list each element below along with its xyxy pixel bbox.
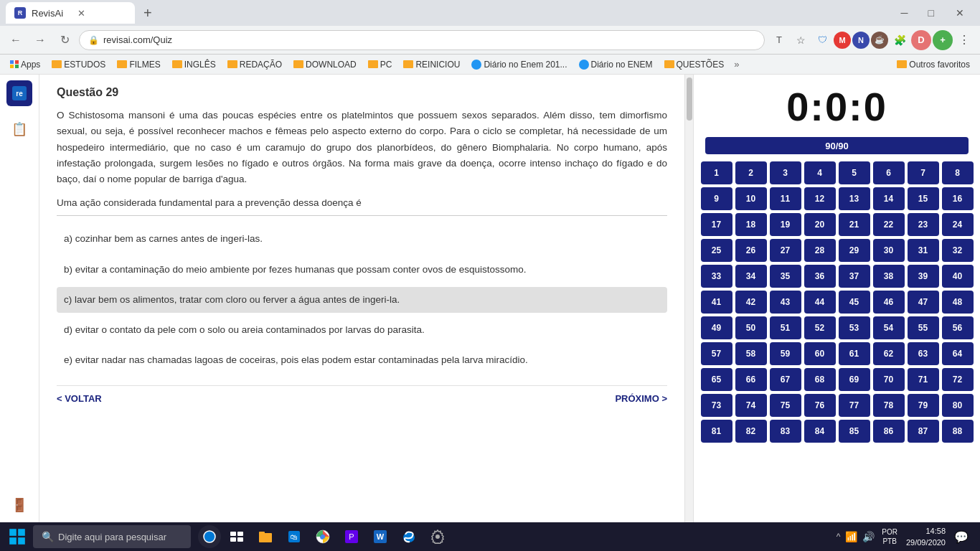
- grid-question-btn[interactable]: 19: [770, 213, 801, 236]
- grid-question-btn[interactable]: 29: [839, 239, 870, 262]
- bookmark-questoes[interactable]: QUESTÕES: [660, 58, 729, 71]
- others-favorites[interactable]: Outros favoritos: [892, 58, 974, 71]
- grid-question-btn[interactable]: 23: [908, 213, 939, 236]
- grid-question-btn[interactable]: 61: [839, 342, 870, 365]
- grid-question-btn[interactable]: 51: [770, 316, 801, 339]
- option-d[interactable]: d) evitar o contato da pele com o solo o…: [57, 317, 667, 343]
- grid-question-btn[interactable]: 35: [770, 265, 801, 288]
- grid-question-btn[interactable]: 6: [873, 161, 905, 184]
- grid-question-btn[interactable]: 17: [701, 213, 732, 236]
- shield-icon[interactable]: 🛡: [812, 30, 832, 50]
- next-button[interactable]: PRÓXIMO >: [615, 393, 667, 404]
- sidebar-notes-icon[interactable]: 📋: [8, 118, 31, 141]
- grid-question-btn[interactable]: 86: [873, 420, 905, 443]
- grid-question-btn[interactable]: 22: [873, 213, 905, 236]
- grid-question-btn[interactable]: 39: [908, 265, 939, 288]
- grid-question-btn[interactable]: 48: [942, 291, 974, 314]
- bookmark-reiniciou[interactable]: REINICIOU: [399, 58, 464, 71]
- grid-question-btn[interactable]: 13: [839, 187, 870, 210]
- grid-question-btn[interactable]: 27: [770, 239, 801, 262]
- extension-green-btn[interactable]: +: [933, 30, 953, 50]
- bookmark-estudos[interactable]: ESTUDOS: [47, 58, 110, 71]
- option-e[interactable]: e) evitar nadar nas chamadas lagoas de c…: [57, 347, 667, 373]
- grid-question-btn[interactable]: 40: [942, 265, 974, 288]
- grid-question-btn[interactable]: 57: [701, 342, 732, 365]
- grid-question-btn[interactable]: 34: [735, 265, 767, 288]
- new-tab-button[interactable]: +: [138, 2, 158, 24]
- grid-question-btn[interactable]: 45: [839, 291, 870, 314]
- grid-question-btn[interactable]: 28: [804, 239, 836, 262]
- grid-question-btn[interactable]: 36: [804, 265, 836, 288]
- grid-question-btn[interactable]: 59: [770, 342, 801, 365]
- extension2-icon[interactable]: N: [852, 32, 870, 49]
- grid-question-btn[interactable]: 63: [908, 342, 939, 365]
- profile-button[interactable]: D: [911, 30, 931, 50]
- menu-icon[interactable]: ⋮: [954, 30, 974, 50]
- grid-question-btn[interactable]: 70: [873, 368, 905, 391]
- bookmark-diario2[interactable]: Diário no ENEM: [575, 58, 657, 71]
- grid-question-btn[interactable]: 72: [942, 368, 974, 391]
- grid-question-btn[interactable]: 44: [804, 291, 836, 314]
- grid-question-btn[interactable]: 16: [942, 187, 974, 210]
- grid-question-btn[interactable]: 1: [701, 161, 732, 184]
- minimize-button[interactable]: ─: [892, 7, 917, 19]
- grid-question-btn[interactable]: 68: [804, 368, 836, 391]
- more-bookmarks-btn[interactable]: »: [731, 57, 742, 71]
- grid-question-btn[interactable]: 74: [735, 394, 767, 417]
- grid-question-btn[interactable]: 15: [908, 187, 939, 210]
- grid-question-btn[interactable]: 67: [770, 368, 801, 391]
- language-indicator[interactable]: POR PTB: [879, 527, 900, 546]
- translate-icon[interactable]: T: [769, 30, 789, 50]
- option-c[interactable]: c) lavar bem os alimentos, tratar com cl…: [57, 287, 667, 313]
- sidebar-logout-icon[interactable]: 🚪: [8, 494, 31, 517]
- taskbar-app5-icon[interactable]: P: [339, 524, 364, 550]
- option-b[interactable]: b) evitar a contaminação do meio ambient…: [57, 257, 667, 283]
- grid-question-btn[interactable]: 60: [804, 342, 836, 365]
- grid-question-btn[interactable]: 9: [701, 187, 732, 210]
- grid-question-btn[interactable]: 79: [908, 394, 939, 417]
- grid-question-btn[interactable]: 80: [942, 394, 974, 417]
- grid-question-btn[interactable]: 55: [908, 316, 939, 339]
- grid-question-btn[interactable]: 33: [701, 265, 732, 288]
- grid-question-btn[interactable]: 46: [873, 291, 905, 314]
- taskbar-settings-icon[interactable]: [425, 524, 451, 550]
- chevron-up-icon[interactable]: ^: [835, 530, 842, 543]
- grid-question-btn[interactable]: 87: [908, 420, 939, 443]
- reload-nav-button[interactable]: ↻: [55, 30, 75, 50]
- grid-question-btn[interactable]: 65: [701, 368, 732, 391]
- grid-question-btn[interactable]: 42: [735, 291, 767, 314]
- grid-question-btn[interactable]: 5: [839, 161, 870, 184]
- taskbar-taskview-icon[interactable]: [224, 524, 250, 550]
- back-nav-button[interactable]: ←: [6, 30, 26, 50]
- extension1-icon[interactable]: M: [834, 32, 851, 49]
- grid-question-btn[interactable]: 58: [735, 342, 767, 365]
- taskbar-cortana-icon[interactable]: [198, 525, 221, 548]
- grid-question-btn[interactable]: 64: [942, 342, 974, 365]
- grid-question-btn[interactable]: 14: [873, 187, 905, 210]
- apps-bookmark[interactable]: Apps: [6, 58, 44, 71]
- grid-question-btn[interactable]: 38: [873, 265, 905, 288]
- grid-question-btn[interactable]: 37: [839, 265, 870, 288]
- grid-question-btn[interactable]: 53: [839, 316, 870, 339]
- grid-question-btn[interactable]: 30: [873, 239, 905, 262]
- browser-tab[interactable]: R RevisAi ✕: [6, 2, 135, 24]
- grid-question-btn[interactable]: 69: [839, 368, 870, 391]
- scrollbar[interactable]: [684, 75, 693, 522]
- grid-question-btn[interactable]: 84: [804, 420, 836, 443]
- grid-question-btn[interactable]: 76: [804, 394, 836, 417]
- grid-question-btn[interactable]: 7: [908, 161, 939, 184]
- system-clock[interactable]: 14:58 29/09/2020: [903, 525, 948, 549]
- grid-question-btn[interactable]: 56: [942, 316, 974, 339]
- taskbar-edge-icon[interactable]: [396, 524, 422, 550]
- forward-nav-button[interactable]: →: [30, 30, 50, 50]
- grid-question-btn[interactable]: 25: [701, 239, 732, 262]
- grid-question-btn[interactable]: 66: [735, 368, 767, 391]
- extension3-icon[interactable]: ☕: [871, 32, 888, 49]
- grid-question-btn[interactable]: 50: [735, 316, 767, 339]
- taskbar-fileexplorer-icon[interactable]: [253, 524, 278, 550]
- option-a[interactable]: a) cozinhar bem as carnes antes de inger…: [57, 226, 667, 252]
- grid-question-btn[interactable]: 21: [839, 213, 870, 236]
- bookmark-download[interactable]: DOWNLOAD: [289, 58, 361, 71]
- maximize-button[interactable]: □: [920, 7, 943, 19]
- bookmark-pc[interactable]: PC: [364, 58, 397, 71]
